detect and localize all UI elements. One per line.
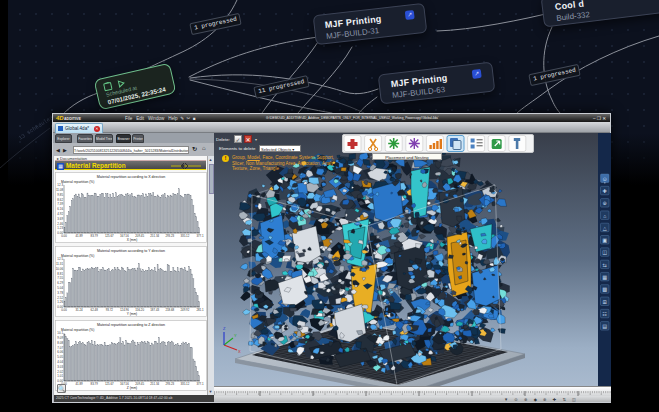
svg-text:Material repartition according: Material repartition according to Z dire…	[97, 323, 165, 327]
svg-text:293.23: 293.23	[165, 234, 174, 238]
svg-text:3.03: 3.03	[57, 365, 63, 369]
svg-text:2.52: 2.52	[57, 296, 63, 300]
svg-text:10.06: 10.06	[56, 267, 64, 271]
svg-text:X (mm): X (mm)	[127, 238, 137, 242]
svg-text:31.24: 31.24	[75, 308, 83, 312]
svg-text:▦: ▦	[602, 274, 607, 280]
svg-text:1.23: 1.23	[57, 226, 63, 230]
svg-text:293.23: 293.23	[165, 382, 174, 386]
svg-text:4.04: 4.04	[57, 360, 63, 364]
svg-text:2.02: 2.02	[57, 370, 63, 374]
svg-text:✚: ✚	[603, 188, 608, 194]
svg-text:6.16: 6.16	[57, 207, 63, 211]
svg-text:41.89: 41.89	[75, 382, 83, 386]
svg-text:83.79: 83.79	[91, 382, 99, 386]
svg-text:9.09: 9.09	[57, 336, 63, 340]
svg-text:6.29: 6.29	[57, 281, 63, 285]
svg-text:8.08: 8.08	[57, 341, 63, 345]
svg-text:3.69: 3.69	[57, 217, 63, 221]
svg-text:⊞: ⊞	[603, 299, 607, 305]
svg-text:X: X	[238, 349, 241, 354]
svg-text:9.85: 9.85	[57, 193, 63, 197]
svg-text:377.1: 377.1	[196, 382, 204, 386]
svg-text:335.12: 335.12	[180, 234, 189, 238]
svg-text:4.92: 4.92	[57, 212, 63, 216]
svg-text:83.79: 83.79	[91, 234, 99, 238]
svg-text:5.04: 5.04	[57, 286, 63, 290]
svg-text:▣: ▣	[602, 237, 607, 243]
svg-text:△: △	[603, 225, 607, 231]
svg-text:5.05: 5.05	[57, 355, 63, 359]
svg-text:251.34: 251.34	[150, 234, 159, 238]
svg-text:▩: ▩	[602, 286, 607, 292]
svg-text:2.46: 2.46	[57, 222, 63, 226]
svg-text:125.67: 125.67	[105, 382, 114, 386]
svg-text:⊙: ⊙	[603, 176, 607, 182]
svg-text:Material repartition according: Material repartition according to Y dire…	[97, 249, 165, 253]
svg-text:7.55: 7.55	[57, 276, 63, 280]
svg-text:218.68: 218.68	[165, 308, 174, 312]
svg-text:93.72: 93.72	[106, 308, 114, 312]
svg-text:▤: ▤	[602, 323, 607, 329]
svg-text:Material repartition (%): Material repartition (%)	[61, 180, 94, 184]
svg-text:377.1: 377.1	[196, 234, 204, 238]
svg-text:⇆: ⇆	[603, 262, 608, 268]
svg-text:7.39: 7.39	[57, 202, 63, 206]
svg-text:13 scheduled: 13 scheduled	[17, 114, 54, 141]
svg-text:Z (mm): Z (mm)	[127, 386, 137, 390]
svg-text:⌂: ⌂	[603, 213, 606, 219]
svg-text:Material repartition according: Material repartition according to X dire…	[97, 175, 165, 179]
svg-text:11.31: 11.31	[56, 262, 63, 266]
svg-text:◫: ◫	[602, 249, 607, 255]
svg-text:☷: ☷	[602, 311, 607, 317]
svg-text:7.07: 7.07	[57, 346, 63, 350]
svg-text:⊕: ⊕	[603, 200, 607, 206]
svg-text:10.1: 10.1	[57, 331, 63, 335]
svg-text:6.06: 6.06	[57, 350, 63, 354]
svg-text:3.78: 3.78	[57, 291, 63, 295]
svg-text:0.00: 0.00	[61, 308, 67, 312]
svg-text:Material repartition (%): Material repartition (%)	[61, 328, 94, 332]
svg-text:62.48: 62.48	[91, 308, 99, 312]
svg-text:249.92: 249.92	[180, 308, 189, 312]
svg-text:1.26: 1.26	[57, 300, 63, 304]
svg-text:8.81: 8.81	[57, 272, 63, 276]
svg-text:125.67: 125.67	[105, 234, 114, 238]
svg-text:0.00: 0.00	[61, 234, 67, 238]
svg-text:335.12: 335.12	[180, 382, 189, 386]
svg-text:Y (mm): Y (mm)	[127, 312, 137, 316]
svg-text:281.1: 281.1	[196, 308, 204, 312]
svg-text:8.62: 8.62	[57, 198, 63, 202]
svg-text:12.5: 12.5	[57, 257, 63, 261]
svg-text:1.01: 1.01	[57, 374, 63, 378]
svg-text:251.34: 251.34	[150, 382, 159, 386]
svg-text:Y: Y	[234, 333, 237, 338]
svg-text:Material repartition (%): Material repartition (%)	[61, 254, 94, 258]
svg-text:11.08: 11.08	[56, 188, 63, 192]
svg-text:12.3: 12.3	[57, 183, 63, 187]
svg-text:187.43: 187.43	[150, 308, 159, 312]
svg-text:41.89: 41.89	[75, 234, 83, 238]
